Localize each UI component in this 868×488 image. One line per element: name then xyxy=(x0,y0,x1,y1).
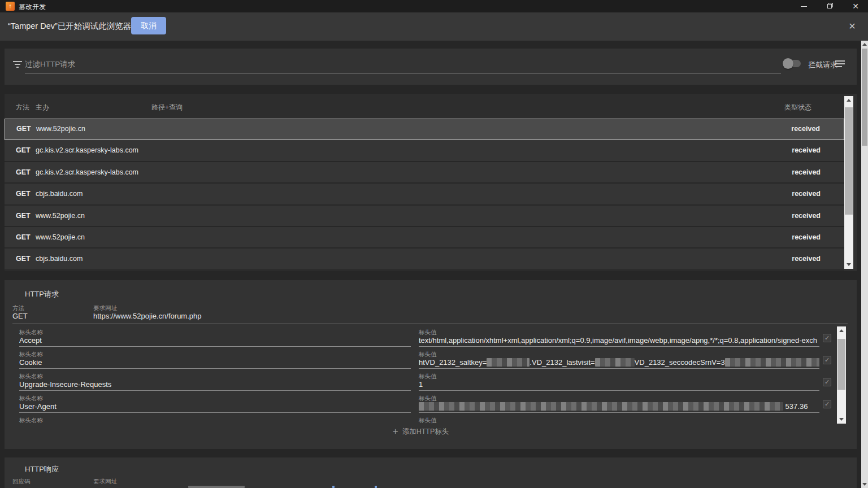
header-name-label: 标头名称 xyxy=(19,417,43,424)
scroll-down-arrow-icon[interactable] xyxy=(862,483,867,486)
header-value-value: 1 xyxy=(419,380,819,389)
header-name-field[interactable]: 标头名称Upgrade-Insecure-Requests xyxy=(19,372,411,391)
column-method: 方法 xyxy=(16,103,29,112)
cancel-debug-button[interactable]: 取消 xyxy=(131,17,166,34)
header-name-field[interactable]: 标头名称 xyxy=(19,416,411,424)
scroll-down-arrow-icon[interactable] xyxy=(847,263,851,266)
cell-host: gc.kis.v2.scr.kaspersky-labs.com xyxy=(36,140,138,160)
text-fragment: VD_2132_seccodecSrnV=3 xyxy=(635,358,725,367)
cell-status: received xyxy=(792,249,821,269)
scroll-down-arrow-icon[interactable] xyxy=(839,418,844,421)
table-row[interactable]: GETgc.kis.v2.scr.kaspersky-labs.com/FD1D… xyxy=(5,162,844,184)
cell-method: GET xyxy=(16,206,31,226)
close-window-button[interactable]: ✕ xyxy=(844,0,867,12)
header-enabled-checkbox[interactable]: ✓ xyxy=(823,378,831,386)
header-value-value: text/html,application/xhtml+xml,applicat… xyxy=(419,336,819,345)
cell-host: cbjs.baidu.com xyxy=(36,184,83,204)
scrollbar-thumb[interactable] xyxy=(837,339,845,390)
cell-status: received xyxy=(791,119,820,139)
table-row[interactable]: GETwww.52pojie.cn/forum.phpreceived xyxy=(5,119,844,140)
column-type: 类型 xyxy=(784,103,798,112)
filter-requests-input[interactable] xyxy=(25,55,781,73)
column-status: 状态 xyxy=(798,103,811,112)
divider xyxy=(12,324,848,324)
table-row[interactable]: GETcbjs.baidu.com/js/m.jsreceived xyxy=(5,184,844,205)
add-http-header-button[interactable]: + 添加HTTP标头 xyxy=(5,424,837,439)
cell-host: www.52pojie.cn xyxy=(36,206,85,226)
header-name-label: 标头名称 xyxy=(19,351,43,359)
redacted-blur xyxy=(725,358,819,367)
table-row[interactable]: GETgc.kis.v2.scr.kaspersky-labs.com/E3E8… xyxy=(5,140,844,162)
request-url-label: 要求网址 xyxy=(93,304,117,312)
header-enabled-checkbox[interactable]: ✓ xyxy=(823,400,831,408)
header-value-value: htVD_2132_saltkey=.VD_2132_lastvisit=VD_… xyxy=(419,358,819,367)
header-name-label: 标头名称 xyxy=(19,395,43,403)
header-name-value: User-Agent xyxy=(19,402,411,411)
header-value-field[interactable]: 标头值htVD_2132_saltkey=.VD_2132_lastvisit=… xyxy=(419,350,819,369)
cell-status: received xyxy=(792,227,821,247)
intercept-toggle[interactable] xyxy=(784,60,801,67)
http-response-panel: HTTP响应 回应码 要求网址 xyxy=(5,457,857,488)
request-headers-list: ✓标头名称Accept标头值text/html,application/xhtm… xyxy=(5,326,837,424)
table-row[interactable]: GETwww.52pojie.cn/home.php ?mreceived xyxy=(5,227,844,249)
header-name-field[interactable]: 标头名称Cookie xyxy=(19,350,411,369)
table-header-row: 方法 主办 路径+查询 类型 状态 xyxy=(5,94,844,119)
cell-method: GET xyxy=(16,119,31,139)
restore-button[interactable] xyxy=(818,0,841,12)
cell-status: received xyxy=(792,162,821,182)
minimize-button[interactable] xyxy=(792,0,815,12)
header-value-label: 标头值 xyxy=(419,417,437,424)
header-row: ✓标头名称Accept标头值text/html,application/xhtm… xyxy=(5,326,837,348)
text-fragment: 537.36 xyxy=(783,402,808,411)
header-name-field[interactable]: 标头名称Accept xyxy=(19,328,411,347)
cell-host: www.52pojie.cn xyxy=(36,227,85,247)
table-row[interactable]: GETwww.52pojie.cn/home.php ?received xyxy=(5,206,844,227)
notification-close-icon[interactable]: ✕ xyxy=(846,20,858,33)
method-value[interactable]: GET xyxy=(12,312,28,320)
header-name-label: 标头名称 xyxy=(19,329,43,337)
table-row[interactable]: GETcbjs.baidu.com/js/m.jsreceived xyxy=(5,249,844,270)
cell-host: www.52pojie.cn xyxy=(36,119,85,139)
intercept-label: 拦截请求 xyxy=(808,60,837,70)
redacted-blur xyxy=(419,402,783,411)
header-value-field[interactable]: 标头值text/html,application/xhtml+xml,appli… xyxy=(419,328,819,347)
header-enabled-checkbox[interactable]: ✓ xyxy=(823,334,831,342)
cell-method: GET xyxy=(16,249,31,269)
cell-status: received xyxy=(792,140,821,160)
request-table: 方法 主办 路径+查询 类型 状态 GETwww.52pojie.cn/foru… xyxy=(5,94,857,271)
scroll-up-arrow-icon[interactable] xyxy=(862,43,867,46)
table-scrollbar[interactable] xyxy=(844,96,853,269)
redacted-blur xyxy=(487,358,530,367)
header-enabled-checkbox[interactable]: ✓ xyxy=(823,356,831,364)
header-row: 标头名称标头值 xyxy=(5,415,837,424)
scrollbar-thumb[interactable] xyxy=(845,107,853,215)
scroll-up-arrow-icon[interactable] xyxy=(847,99,851,102)
cell-host: gc.kis.v2.scr.kaspersky-labs.com xyxy=(36,162,138,182)
text-fragment: htVD_2132_saltkey= xyxy=(419,358,487,367)
header-value-field[interactable]: 标头值 537.36 xyxy=(419,394,819,413)
restore-icon xyxy=(827,4,832,8)
cell-method: GET xyxy=(16,140,31,160)
text-fragment: .VD_2132_lastvisit= xyxy=(530,358,594,367)
header-row: ✓标头名称Upgrade-Insecure-Requests标头值1 xyxy=(5,371,837,393)
header-name-field[interactable]: 标头名称User-Agent xyxy=(19,394,411,413)
header-name-label: 标头名称 xyxy=(19,373,43,381)
plus-icon: + xyxy=(393,426,398,437)
cell-host: cbjs.baidu.com xyxy=(36,249,83,269)
headers-scrollbar[interactable] xyxy=(837,326,846,424)
clipped-text xyxy=(332,486,335,488)
clipped-text xyxy=(375,486,377,488)
page-scrollbar[interactable] xyxy=(861,41,868,488)
header-value-field[interactable]: 标头值 xyxy=(419,416,819,424)
cell-status: received xyxy=(792,184,821,204)
scrollbar-thumb[interactable] xyxy=(862,49,867,146)
scroll-up-arrow-icon[interactable] xyxy=(839,329,844,332)
http-response-title: HTTP响应 xyxy=(25,464,59,474)
tamper-dev-app-icon: ↑ xyxy=(6,2,15,11)
header-value-field[interactable]: 标头值1 xyxy=(419,372,819,391)
menu-icon[interactable] xyxy=(835,60,845,67)
method-label: 方法 xyxy=(12,304,24,312)
request-url-value[interactable]: https://www.52pojie.cn/forum.php xyxy=(93,312,202,320)
header-row: ✓标头名称User-Agent标头值 537.36 xyxy=(5,393,837,415)
clipped-text xyxy=(188,486,245,488)
